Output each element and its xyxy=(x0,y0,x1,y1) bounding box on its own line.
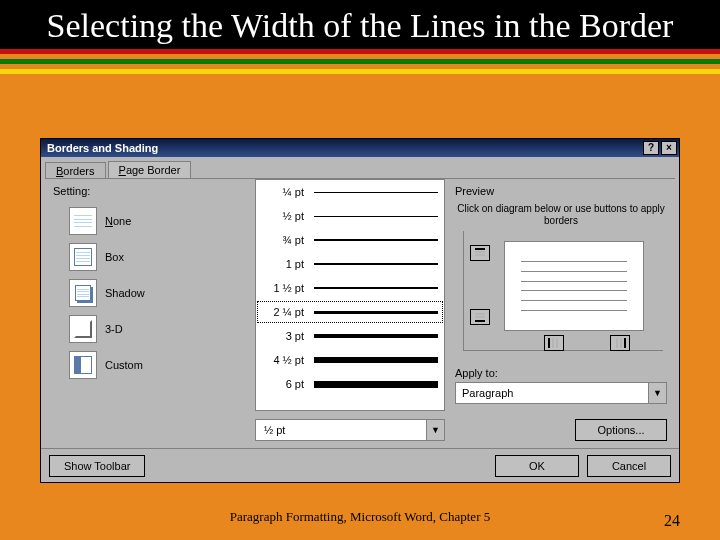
apply-to-value: Paragraph xyxy=(456,387,648,399)
footer-text: Paragraph Formatting, Microsoft Word, Ch… xyxy=(230,510,490,524)
border-left-button[interactable] xyxy=(544,335,564,351)
dialog-title: Borders and Shading xyxy=(47,142,158,154)
help-button[interactable]: ? xyxy=(643,141,659,155)
slide-title: Selecting the Width of the Lines in the … xyxy=(0,0,720,49)
width-option-5[interactable]: 2 ¼ pt xyxy=(256,300,444,324)
setting-custom-label: Custom xyxy=(105,359,143,371)
setting-none[interactable]: None xyxy=(69,203,243,239)
setting-box[interactable]: Box xyxy=(69,239,243,275)
preview-diagram[interactable] xyxy=(504,241,644,331)
setting-shadow-label: Shadow xyxy=(105,287,145,299)
setting-box-label: Box xyxy=(105,251,124,263)
width-option-8[interactable]: 6 pt xyxy=(256,372,444,396)
page-number: 24 xyxy=(664,512,680,530)
border-top-button[interactable] xyxy=(470,245,490,261)
width-option-4[interactable]: 1 ½ pt xyxy=(256,276,444,300)
setting-3d[interactable]: 3-D xyxy=(69,311,243,347)
setting-3d-label: 3-D xyxy=(105,323,123,335)
setting-custom[interactable]: Custom xyxy=(69,347,243,383)
width-option-7[interactable]: 4 ½ pt xyxy=(256,348,444,372)
tab-borders[interactable]: Borders xyxy=(45,162,106,179)
ok-button[interactable]: OK xyxy=(495,455,579,477)
chevron-down-icon[interactable]: ▼ xyxy=(648,383,666,403)
preview-label: Preview xyxy=(455,185,667,197)
decorative-stripes xyxy=(0,49,720,74)
dialog-titlebar[interactable]: Borders and Shading ? × xyxy=(41,139,679,157)
setting-label: Setting: xyxy=(53,185,243,197)
setting-none-label: None xyxy=(105,215,131,227)
width-listbox[interactable]: ¼ pt ½ pt ¾ pt 1 pt 1 ½ pt 2 ¼ pt 3 pt 4… xyxy=(255,179,445,411)
width-option-6[interactable]: 3 pt xyxy=(256,324,444,348)
width-option-1[interactable]: ½ pt xyxy=(256,204,444,228)
width-dropdown[interactable]: ½ pt ▼ xyxy=(255,419,445,441)
cancel-button[interactable]: Cancel xyxy=(587,455,671,477)
width-option-0[interactable]: ¼ pt xyxy=(256,180,444,204)
width-dropdown-value: ½ pt xyxy=(256,424,426,436)
preview-frame xyxy=(463,231,663,351)
options-button[interactable]: Options... xyxy=(575,419,667,441)
tab-page-border[interactable]: Page Border xyxy=(108,161,192,178)
border-bottom-button[interactable] xyxy=(470,309,490,325)
show-toolbar-button[interactable]: Show Toolbar xyxy=(49,455,145,477)
width-option-2[interactable]: ¾ pt xyxy=(256,228,444,252)
width-option-3[interactable]: 1 pt xyxy=(256,252,444,276)
close-button[interactable]: × xyxy=(661,141,677,155)
preview-hint: Click on diagram below or use buttons to… xyxy=(455,203,667,227)
borders-shading-dialog: Borders and Shading ? × Borders Page Bor… xyxy=(40,138,680,483)
apply-to-dropdown[interactable]: Paragraph ▼ xyxy=(455,382,667,404)
border-right-button[interactable] xyxy=(610,335,630,351)
apply-to-label: Apply to: xyxy=(455,367,667,379)
chevron-down-icon[interactable]: ▼ xyxy=(426,420,444,440)
setting-shadow[interactable]: Shadow xyxy=(69,275,243,311)
